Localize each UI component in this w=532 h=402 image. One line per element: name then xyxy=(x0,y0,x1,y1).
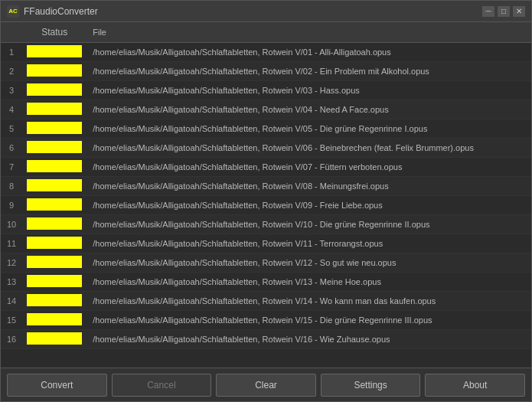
table-row[interactable]: 15/home/elias/Musik/Alligatoah/Schlaftab… xyxy=(1,311,531,330)
table-row[interactable]: 6/home/elias/Musik/Alligatoah/Schlaftabl… xyxy=(1,139,531,158)
status-cell xyxy=(22,43,86,62)
maximize-button[interactable]: □ xyxy=(498,6,510,17)
file-path: /home/elias/Musik/Alligatoah/Schlaftable… xyxy=(86,43,531,62)
file-path: /home/elias/Musik/Alligatoah/Schlaftable… xyxy=(86,292,531,311)
row-number: 6 xyxy=(1,139,22,158)
convert-button[interactable]: Convert xyxy=(7,374,107,397)
status-bar xyxy=(27,217,82,230)
row-number: 5 xyxy=(1,119,22,139)
table-row[interactable]: 14/home/elias/Musik/Alligatoah/Schlaftab… xyxy=(1,292,531,311)
status-bar xyxy=(27,237,82,249)
table-row[interactable]: 9/home/elias/Musik/Alligatoah/Schlaftabl… xyxy=(1,196,531,215)
app-icon: AC xyxy=(7,5,19,18)
row-number: 11 xyxy=(1,234,22,253)
file-table: Status File 1/home/elias/Musik/Alligatoa… xyxy=(1,22,531,349)
status-bar xyxy=(27,122,82,134)
status-cell xyxy=(22,330,86,349)
status-bar xyxy=(27,103,82,115)
file-path: /home/elias/Musik/Alligatoah/Schlaftable… xyxy=(86,273,531,292)
file-path: /home/elias/Musik/Alligatoah/Schlaftable… xyxy=(86,234,531,253)
close-button[interactable]: ✕ xyxy=(513,6,525,17)
file-path: /home/elias/Musik/Alligatoah/Schlaftable… xyxy=(86,215,531,234)
file-path: /home/elias/Musik/Alligatoah/Schlaftable… xyxy=(86,62,531,81)
status-cell xyxy=(22,311,86,330)
table-row[interactable]: 12/home/elias/Musik/Alligatoah/Schlaftab… xyxy=(1,253,531,273)
table-row[interactable]: 4/home/elias/Musik/Alligatoah/Schlaftabl… xyxy=(1,100,531,119)
row-number: 12 xyxy=(1,253,22,273)
row-number: 2 xyxy=(1,62,22,81)
file-path: /home/elias/Musik/Alligatoah/Schlaftable… xyxy=(86,119,531,139)
row-number: 7 xyxy=(1,158,22,177)
window-controls: ─ □ ✕ xyxy=(482,6,525,17)
file-path: /home/elias/Musik/Alligatoah/Schlaftable… xyxy=(86,139,531,158)
row-number: 16 xyxy=(1,330,22,349)
row-number: 15 xyxy=(1,311,22,330)
status-cell xyxy=(22,234,86,253)
clear-button[interactable]: Clear xyxy=(216,374,316,397)
title-bar: AC FFaudioConverter ─ □ ✕ xyxy=(1,1,531,22)
minimize-button[interactable]: ─ xyxy=(482,6,494,17)
status-bar xyxy=(27,83,82,96)
file-path: /home/elias/Musik/Alligatoah/Schlaftable… xyxy=(86,177,531,196)
status-bar xyxy=(27,294,82,306)
table-row[interactable]: 5/home/elias/Musik/Alligatoah/Schlaftabl… xyxy=(1,119,531,139)
main-window: AC FFaudioConverter ─ □ ✕ Status File 1/… xyxy=(0,0,532,402)
table-row[interactable]: 8/home/elias/Musik/Alligatoah/Schlaftabl… xyxy=(1,177,531,196)
row-number: 8 xyxy=(1,177,22,196)
status-cell xyxy=(22,100,86,119)
status-bar xyxy=(27,64,82,77)
row-number: 9 xyxy=(1,196,22,215)
file-path: /home/elias/Musik/Alligatoah/Schlaftable… xyxy=(86,158,531,177)
row-number: 13 xyxy=(1,273,22,292)
row-number: 10 xyxy=(1,215,22,234)
table-row[interactable]: 3/home/elias/Musik/Alligatoah/Schlaftabl… xyxy=(1,81,531,100)
status-cell xyxy=(22,139,86,158)
file-list-container[interactable]: Status File 1/home/elias/Musik/Alligatoa… xyxy=(1,22,531,368)
status-cell xyxy=(22,196,86,215)
table-row[interactable]: 13/home/elias/Musik/Alligatoah/Schlaftab… xyxy=(1,273,531,292)
footer-toolbar: Convert Cancel Clear Settings About xyxy=(1,368,531,401)
status-bar xyxy=(27,179,82,191)
status-bar xyxy=(27,332,82,345)
status-cell xyxy=(22,177,86,196)
table-row[interactable]: 2/home/elias/Musik/Alligatoah/Schlaftabl… xyxy=(1,62,531,81)
status-cell xyxy=(22,215,86,234)
status-cell xyxy=(22,62,86,81)
window-title: FFaudioConverter xyxy=(24,6,98,17)
status-cell xyxy=(22,158,86,177)
row-number: 4 xyxy=(1,100,22,119)
file-header: File xyxy=(86,22,531,43)
num-header xyxy=(1,22,22,43)
status-bar xyxy=(27,275,82,287)
file-path: /home/elias/Musik/Alligatoah/Schlaftable… xyxy=(86,196,531,215)
status-bar xyxy=(27,256,82,268)
status-cell xyxy=(22,253,86,273)
file-path: /home/elias/Musik/Alligatoah/Schlaftable… xyxy=(86,330,531,349)
row-number: 1 xyxy=(1,43,22,62)
about-button[interactable]: About xyxy=(425,374,525,397)
table-row[interactable]: 1/home/elias/Musik/Alligatoah/Schlaftabl… xyxy=(1,43,531,62)
status-cell xyxy=(22,119,86,139)
file-path: /home/elias/Musik/Alligatoah/Schlaftable… xyxy=(86,311,531,330)
file-path: /home/elias/Musik/Alligatoah/Schlaftable… xyxy=(86,81,531,100)
status-cell xyxy=(22,292,86,311)
file-path: /home/elias/Musik/Alligatoah/Schlaftable… xyxy=(86,100,531,119)
title-bar-left: AC FFaudioConverter xyxy=(7,5,98,18)
row-number: 14 xyxy=(1,292,22,311)
status-bar xyxy=(27,198,82,211)
status-bar xyxy=(27,141,82,153)
status-cell xyxy=(22,81,86,100)
table-row[interactable]: 16/home/elias/Musik/Alligatoah/Schlaftab… xyxy=(1,330,531,349)
status-bar xyxy=(27,313,82,325)
cancel-button[interactable]: Cancel xyxy=(112,374,212,397)
table-row[interactable]: 11/home/elias/Musik/Alligatoah/Schlaftab… xyxy=(1,234,531,253)
status-bar xyxy=(27,45,82,57)
settings-button[interactable]: Settings xyxy=(321,374,421,397)
table-row[interactable]: 10/home/elias/Musik/Alligatoah/Schlaftab… xyxy=(1,215,531,234)
status-header: Status xyxy=(22,22,86,43)
file-path: /home/elias/Musik/Alligatoah/Schlaftable… xyxy=(86,253,531,273)
row-number: 3 xyxy=(1,81,22,100)
table-header-row: Status File xyxy=(1,22,531,43)
table-row[interactable]: 7/home/elias/Musik/Alligatoah/Schlaftabl… xyxy=(1,158,531,177)
status-bar xyxy=(27,160,82,172)
